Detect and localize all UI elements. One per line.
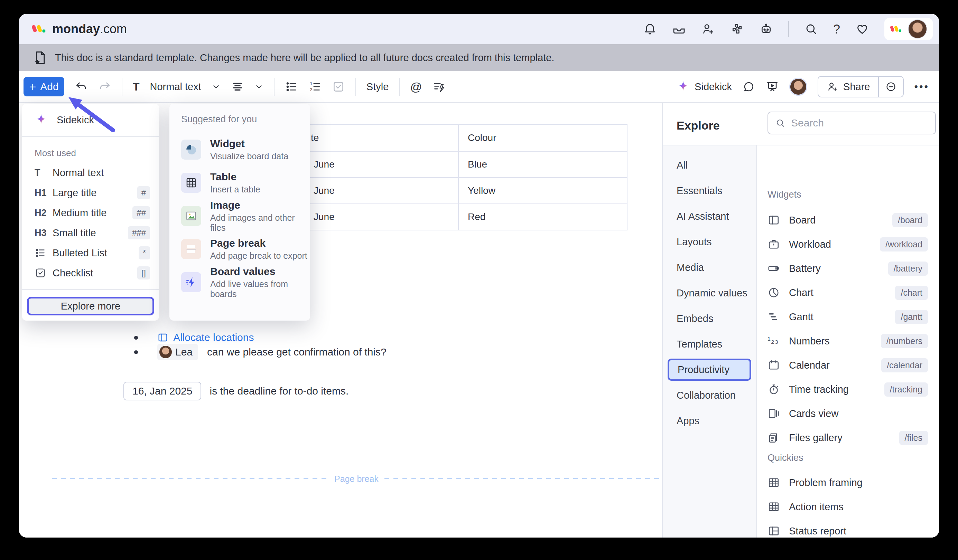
widget-row-chart[interactable]: Chart /chart [768,280,928,305]
suggested-popup: Suggested for you Widget Visualize board… [170,104,310,321]
widget-row-time-tracking[interactable]: Time tracking /tracking [768,377,928,402]
sidekick-star-icon [35,113,48,127]
doc-table[interactable]: te Colour June Blue June Yellow June Red [285,124,628,231]
mention-icon[interactable]: @ [410,80,422,93]
category-all[interactable]: All [663,152,756,178]
text-align-icon[interactable] [231,80,244,93]
collaborator-avatar[interactable] [789,78,807,96]
style-button[interactable]: Style [366,81,389,93]
slash-command-badge: /files [899,431,928,445]
numbered-list-icon[interactable]: 12 [308,80,322,93]
account-pill[interactable] [884,18,933,40]
sidekick-button[interactable]: Sidekick [677,80,732,93]
assistant-bot-icon[interactable] [759,22,773,36]
table-cell-colour[interactable]: Blue [459,152,627,177]
category-layouts[interactable]: Layouts [663,229,756,255]
table-cell-date[interactable]: June [286,204,459,230]
menu-item-medium-title[interactable]: H2 Medium title ## [22,203,159,223]
widget-row-numbers[interactable]: ¹₂₃ Numbers /numbers [768,329,928,353]
pie-chart-icon [768,286,780,299]
present-mode-icon[interactable] [766,80,779,93]
topbar-divider [788,21,789,37]
inbox-icon[interactable] [672,22,686,36]
category-templates[interactable]: Templates [663,331,756,357]
category-media[interactable]: Media [663,255,756,280]
more-options-button[interactable]: ••• [914,81,929,93]
notifications-bell-icon[interactable] [643,22,657,36]
undo-icon[interactable] [75,80,88,93]
suggested-item-table[interactable]: Table Insert a table [181,166,310,199]
category-ai-assistant[interactable]: AI Assistant [663,204,756,229]
category-productivity[interactable]: Productivity [668,359,751,381]
menu-item-sidekick[interactable]: Sidekick [22,104,159,136]
table-cell-colour[interactable]: Red [459,204,627,230]
stopwatch-icon [768,383,780,395]
redo-icon[interactable] [98,80,111,93]
copy-link-button[interactable] [878,77,903,97]
explore-more-button[interactable]: Explore more [27,297,154,315]
apps-marketplace-icon[interactable] [730,22,744,36]
user-avatar[interactable] [908,19,927,39]
widget-row-board[interactable]: Board /board [768,208,928,232]
board-link[interactable]: Allocate locations [157,332,254,343]
suggested-item-page-break[interactable]: Page break Add page break to export [181,233,310,266]
menu-item-small-title[interactable]: H3 Small title ### [22,223,159,243]
slash-command-badge: /workload [880,237,928,252]
add-button[interactable]: + Add [24,77,64,96]
suggested-item-image[interactable]: Image Add images and other files [181,199,310,233]
category-apps[interactable]: Apps [663,408,756,433]
help-icon[interactable]: ? [833,22,840,36]
explore-search[interactable] [768,112,936,134]
widget-row-calendar[interactable]: Calendar /calendar [768,353,928,377]
comments-icon[interactable] [742,80,755,93]
monday-logo[interactable]: monday.com [32,22,127,36]
suggested-item-widget[interactable]: Widget Visualize board data [181,133,310,166]
widget-row-gantt[interactable]: Gantt /gantt [768,305,928,329]
table-header-date[interactable]: te [286,125,459,151]
layout-icon [768,525,780,537]
suggested-item-board-values[interactable]: Board values Add live values from boards [181,266,310,299]
monday-logo-text: monday.com [52,22,127,36]
invite-members-icon[interactable] [701,22,715,36]
quickie-row-status-report[interactable]: Status report [768,519,928,538]
mention-sentence: can we please get confirmation of this? [207,346,387,358]
menu-item-bulleted-list[interactable]: Bulleted List * [22,243,159,263]
ai-writing-icon[interactable] [433,80,446,93]
date-chip[interactable]: 16, Jan 2025 [124,382,201,400]
mention-chip[interactable]: Lea [157,344,198,360]
document-area: te Colour June Blue June Yellow June Red… [19,103,939,538]
bulleted-list-icon[interactable] [285,80,298,93]
quickie-row-problem-framing[interactable]: Problem framing [768,470,928,495]
share-button[interactable]: Share [818,81,878,93]
page-break-icon [181,239,201,259]
bullet-dot [134,336,138,340]
menu-item-large-title[interactable]: H1 Large title # [22,183,159,203]
chevron-down-icon[interactable] [212,82,220,91]
chevron-down-icon[interactable] [254,82,263,91]
search-input[interactable] [791,117,928,129]
table-cell-date[interactable]: June [286,178,459,204]
menu-item-checklist[interactable]: Checklist [] [22,263,159,283]
table-cell-colour[interactable]: Yellow [459,178,627,204]
widget-row-battery[interactable]: Battery /battery [768,256,928,280]
table-cell-date[interactable]: June [286,152,459,177]
category-embeds[interactable]: Embeds [663,306,756,331]
quickie-row-action-items[interactable]: Action items [768,495,928,519]
category-essentials[interactable]: Essentials [663,178,756,204]
whats-new-heart-icon[interactable] [855,22,869,36]
category-dynamic-values[interactable]: Dynamic values [663,280,756,306]
shortcut-badge: ## [132,206,150,219]
table-header-colour[interactable]: Colour [459,125,627,151]
bulleted-list-icon [35,247,46,259]
paragraph-style-dropdown[interactable]: Normal text [150,81,201,93]
category-collaboration[interactable]: Collaboration [663,383,756,408]
table-row: June Yellow [286,177,627,204]
checklist-icon[interactable] [332,80,345,93]
search-icon[interactable] [804,22,818,36]
widget-row-files-gallery[interactable]: Files gallery /files [768,426,928,450]
widget-row-cards-view[interactable]: Cards view [768,402,928,426]
slash-command-badge: /gantt [895,310,928,324]
sidekick-star-icon [677,80,690,93]
widget-row-workload[interactable]: Workload /workload [768,232,928,256]
menu-item-normal-text[interactable]: T Normal text [22,163,159,183]
